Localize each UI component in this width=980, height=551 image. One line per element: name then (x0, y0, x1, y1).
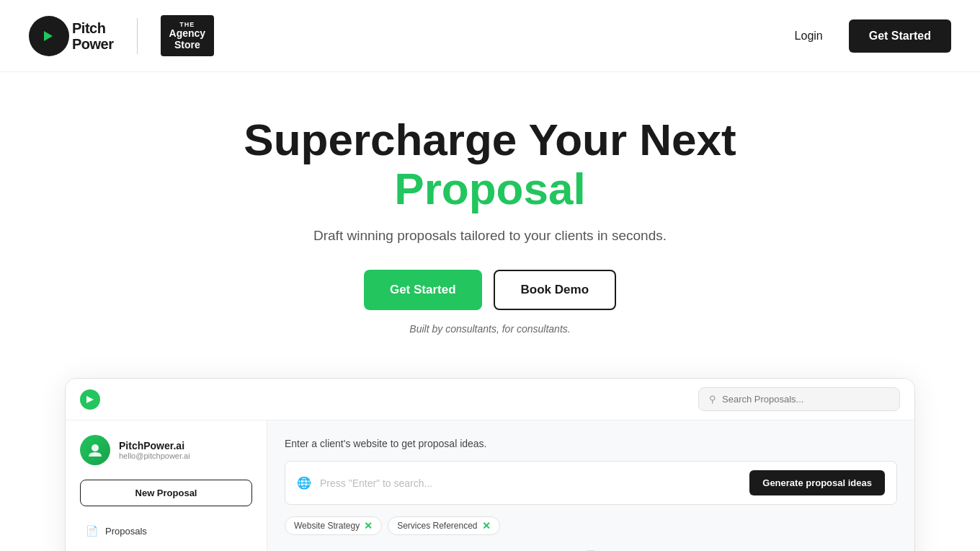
app-preview: ⚲ PitchPower.ai hello@pitchpower.ai New … (65, 378, 915, 551)
agency-store-logo: The Agency Store (161, 15, 215, 56)
header: Pitch Power The Agency Store Login Get S… (0, 0, 980, 72)
hero-byline: Built by consultants, for consultants. (409, 323, 570, 335)
proposals-label: Proposals (105, 526, 147, 537)
preview-sidebar: PitchPower.ai hello@pitchpower.ai New Pr… (66, 420, 267, 551)
hero-subtitle: Draft winning proposals tailored to your… (313, 228, 667, 244)
tag-services-referenced-close-icon[interactable]: ✕ (482, 520, 491, 532)
pitch-power-logo: Pitch Power (29, 16, 114, 56)
hero-title: Supercharge Your Next Proposal (166, 115, 814, 213)
hero-get-started-button[interactable]: Get Started (364, 270, 482, 310)
hero-book-demo-button[interactable]: Book Demo (494, 270, 616, 310)
preview-input-area[interactable]: 🌐 Press "Enter" to search... Generate pr… (285, 461, 897, 505)
logo-divider (137, 18, 138, 54)
preview-content: PitchPower.ai hello@pitchpower.ai New Pr… (66, 420, 914, 551)
tag-services-referenced[interactable]: Services Referenced ✕ (388, 516, 499, 535)
header-nav: Login Get Started (783, 19, 951, 53)
power-text: Power (72, 36, 114, 52)
proposals-icon: 📄 (86, 525, 98, 537)
preview-user-info: PitchPower.ai hello@pitchpower.ai (80, 435, 252, 465)
sidebar-item-proposals[interactable]: 📄 Proposals (80, 518, 252, 544)
tag-website-strategy[interactable]: Website Strategy ✕ (285, 516, 382, 535)
user-email: hello@pitchpower.ai (119, 451, 190, 460)
login-button[interactable]: Login (783, 24, 834, 48)
user-name: PitchPower.ai (119, 440, 190, 451)
svg-point-1 (92, 444, 99, 451)
hero-title-part1: Supercharge Your Next (244, 115, 736, 164)
globe-icon: 🌐 (297, 476, 311, 490)
pitch-power-text: Pitch Power (72, 20, 114, 52)
search-icon: ⚲ (709, 394, 716, 405)
avatar (80, 435, 110, 465)
preview-tags: Website Strategy ✕ Services Referenced ✕ (285, 516, 897, 535)
new-proposal-button[interactable]: New Proposal (80, 480, 252, 506)
scroll-down-icon: ▼ (285, 547, 897, 551)
tag-website-strategy-close-icon[interactable]: ✕ (364, 520, 373, 532)
header-logos: Pitch Power The Agency Store (29, 15, 214, 56)
preview-top-bar: ⚲ (66, 379, 914, 420)
hero-title-highlight: Proposal (394, 164, 585, 213)
hero-buttons: Get Started Book Demo (364, 270, 616, 310)
agency-agency-text: Agency (169, 28, 206, 39)
tag-services-referenced-label: Services Referenced (397, 521, 477, 531)
preview-search-bar[interactable]: ⚲ (698, 387, 900, 411)
preview-user-text: PitchPower.ai hello@pitchpower.ai (119, 440, 190, 460)
pitch-text: Pitch (72, 20, 114, 36)
prompt-label: Enter a client's website to get proposal… (285, 438, 897, 449)
pitch-power-logo-mark (29, 16, 69, 56)
preview-logo-small (80, 389, 100, 410)
agency-store-text: Store (174, 40, 200, 50)
tag-website-strategy-label: Website Strategy (294, 521, 360, 531)
get-started-header-button[interactable]: Get Started (849, 19, 951, 53)
input-placeholder-text: Press "Enter" to search... (320, 477, 741, 489)
hero-section: Supercharge Your Next Proposal Draft win… (0, 72, 980, 363)
generate-proposal-button[interactable]: Generate proposal ideas (749, 470, 885, 495)
search-input[interactable] (722, 394, 889, 405)
preview-main: Enter a client's website to get proposal… (267, 420, 914, 551)
